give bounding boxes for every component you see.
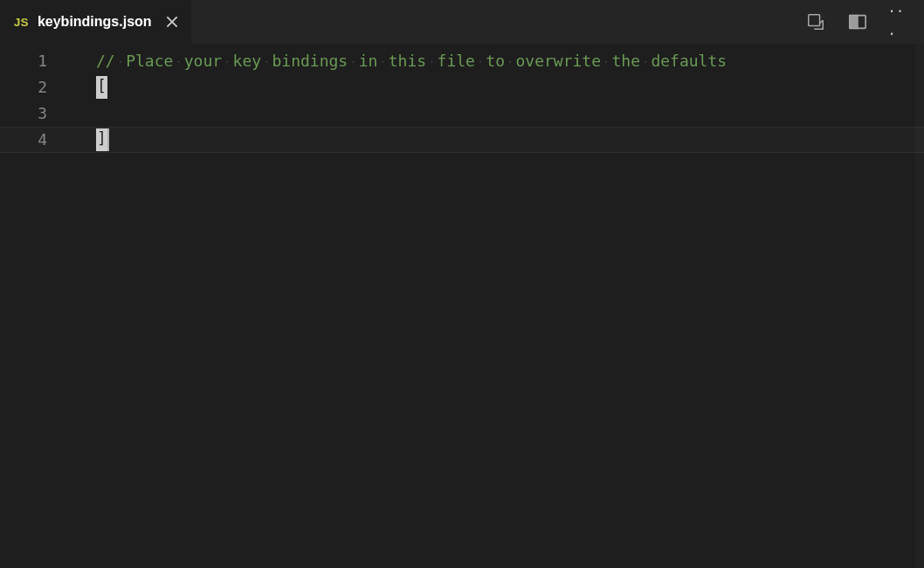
whitespace-dot: ·	[173, 55, 183, 69]
editor-title-actions: · · ·	[805, 11, 924, 32]
code-line[interactable]: //·Place·your·key·bindings·in·this·file·…	[72, 48, 924, 74]
bracket-open: [	[96, 76, 107, 99]
line-number: 3	[0, 100, 72, 127]
more-actions-icon[interactable]: · · ·	[889, 11, 910, 32]
whitespace-dot: ·	[377, 55, 388, 69]
comment-text: //·Place·your·key·bindings·in·this·file·…	[96, 48, 727, 75]
code-area[interactable]: //·Place·your·key·bindings·in·this·file·…	[72, 44, 924, 568]
whitespace-dot: ·	[601, 55, 611, 69]
whitespace-dot: ·	[505, 55, 515, 69]
tab-title: keybindings.json	[38, 14, 152, 30]
editor-tab-bar: JS keybindings.json · · ·	[0, 0, 924, 44]
whitespace-dot: ·	[115, 55, 126, 69]
open-changes-icon[interactable]	[805, 11, 826, 32]
line-number-gutter: 1 2 3 4	[0, 44, 72, 568]
close-icon[interactable]	[164, 14, 180, 30]
whitespace-dot: ·	[348, 55, 358, 69]
whitespace-dot: ·	[222, 55, 232, 69]
code-line[interactable]: [	[72, 74, 924, 100]
whitespace-dot: ·	[640, 55, 651, 69]
code-line[interactable]	[72, 100, 924, 127]
whitespace-dot: ·	[261, 55, 272, 69]
whitespace-dot: ·	[475, 55, 486, 69]
text-cursor	[107, 128, 109, 151]
whitespace-dot: ·	[426, 55, 437, 69]
code-editor[interactable]: 1 2 3 4 //·Place·your·key·bindings·in·th…	[0, 44, 924, 568]
line-number: 2	[0, 74, 72, 100]
code-line[interactable]: ]	[72, 127, 924, 153]
svg-rect-2	[850, 16, 858, 29]
line-number: 4	[0, 127, 72, 153]
line-number: 1	[0, 48, 72, 74]
split-editor-icon[interactable]	[847, 11, 868, 32]
overview-ruler[interactable]	[915, 44, 924, 568]
editor-tab[interactable]: JS keybindings.json	[0, 0, 191, 44]
bracket-close: ]	[96, 128, 107, 151]
js-file-icon: JS	[14, 16, 29, 29]
svg-rect-0	[809, 15, 820, 26]
